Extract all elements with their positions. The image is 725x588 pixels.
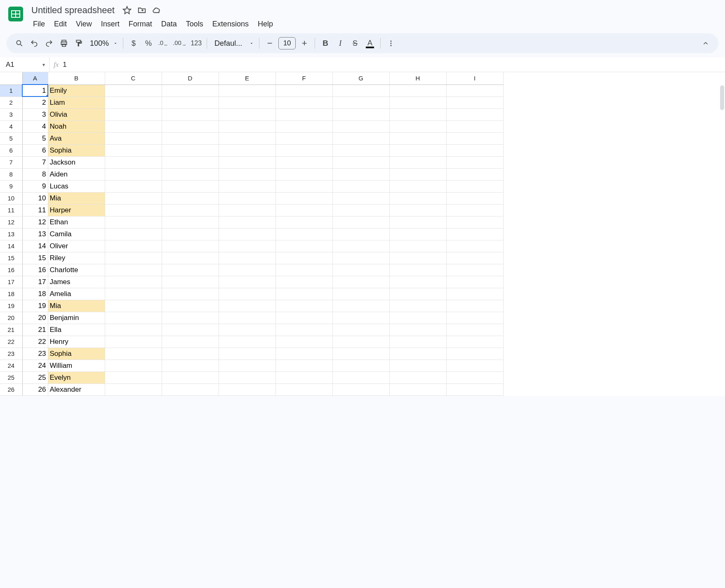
cell-G8[interactable] bbox=[332, 168, 389, 180]
column-header-A[interactable]: A bbox=[22, 72, 48, 85]
cell-I24[interactable] bbox=[446, 360, 503, 372]
cell-A19[interactable]: 19 bbox=[22, 300, 48, 312]
cell-C11[interactable] bbox=[105, 204, 162, 216]
cell-G16[interactable] bbox=[332, 264, 389, 276]
cell-C13[interactable] bbox=[105, 228, 162, 240]
cell-A20[interactable]: 20 bbox=[22, 312, 48, 324]
cell-I21[interactable] bbox=[446, 324, 503, 336]
decrease-decimal-icon[interactable]: .0← bbox=[156, 36, 170, 50]
cell-G19[interactable] bbox=[332, 300, 389, 312]
cell-A11[interactable]: 11 bbox=[22, 204, 48, 216]
cell-E8[interactable] bbox=[219, 168, 275, 180]
cell-C12[interactable] bbox=[105, 216, 162, 228]
cell-A25[interactable]: 25 bbox=[22, 372, 48, 383]
column-header-B[interactable]: B bbox=[48, 72, 105, 85]
cell-B3[interactable]: Olivia bbox=[48, 108, 105, 120]
cell-I15[interactable] bbox=[446, 252, 503, 264]
cell-C18[interactable] bbox=[105, 288, 162, 300]
row-header[interactable]: 7 bbox=[0, 156, 22, 168]
cell-H16[interactable] bbox=[389, 264, 446, 276]
paint-format-icon[interactable] bbox=[72, 36, 86, 50]
column-header-G[interactable]: G bbox=[332, 72, 389, 85]
star-icon[interactable] bbox=[122, 5, 132, 15]
cell-I3[interactable] bbox=[446, 108, 503, 120]
cell-F5[interactable] bbox=[275, 132, 332, 144]
more-toolbar-icon[interactable] bbox=[384, 36, 398, 50]
cell-I17[interactable] bbox=[446, 276, 503, 288]
cell-G5[interactable] bbox=[332, 132, 389, 144]
menu-data[interactable]: Data bbox=[157, 18, 181, 30]
zoom-dropdown[interactable]: 100% bbox=[87, 36, 120, 50]
cell-F24[interactable] bbox=[275, 360, 332, 372]
cell-H11[interactable] bbox=[389, 204, 446, 216]
cell-F2[interactable] bbox=[275, 96, 332, 108]
cell-D21[interactable] bbox=[162, 324, 219, 336]
cell-F17[interactable] bbox=[275, 276, 332, 288]
cell-B17[interactable]: James bbox=[48, 276, 105, 288]
cell-D26[interactable] bbox=[162, 383, 219, 395]
cell-E1[interactable] bbox=[219, 85, 275, 96]
cell-D16[interactable] bbox=[162, 264, 219, 276]
cell-I13[interactable] bbox=[446, 228, 503, 240]
cell-B2[interactable]: Liam bbox=[48, 96, 105, 108]
cell-G3[interactable] bbox=[332, 108, 389, 120]
cell-D15[interactable] bbox=[162, 252, 219, 264]
cell-D6[interactable] bbox=[162, 144, 219, 156]
cell-G2[interactable] bbox=[332, 96, 389, 108]
row-header[interactable]: 23 bbox=[0, 348, 22, 360]
cell-A18[interactable]: 18 bbox=[22, 288, 48, 300]
cell-G24[interactable] bbox=[332, 360, 389, 372]
cell-C4[interactable] bbox=[105, 120, 162, 132]
cell-E24[interactable] bbox=[219, 360, 275, 372]
decrease-font-size-button[interactable]: − bbox=[263, 36, 277, 50]
cell-B26[interactable]: Alexander bbox=[48, 383, 105, 395]
menu-tools[interactable]: Tools bbox=[182, 18, 207, 30]
cell-D2[interactable] bbox=[162, 96, 219, 108]
cell-H24[interactable] bbox=[389, 360, 446, 372]
cell-D3[interactable] bbox=[162, 108, 219, 120]
cell-B22[interactable]: Henry bbox=[48, 336, 105, 348]
cell-B23[interactable]: Sophia bbox=[48, 348, 105, 360]
cell-C8[interactable] bbox=[105, 168, 162, 180]
cell-D19[interactable] bbox=[162, 300, 219, 312]
cell-H1[interactable] bbox=[389, 85, 446, 96]
cell-I23[interactable] bbox=[446, 348, 503, 360]
format-currency-button[interactable]: $ bbox=[127, 36, 141, 50]
cell-H7[interactable] bbox=[389, 156, 446, 168]
row-header[interactable]: 12 bbox=[0, 216, 22, 228]
row-header[interactable]: 2 bbox=[0, 96, 22, 108]
cell-A4[interactable]: 4 bbox=[22, 120, 48, 132]
cell-F21[interactable] bbox=[275, 324, 332, 336]
cell-F8[interactable] bbox=[275, 168, 332, 180]
row-header[interactable]: 14 bbox=[0, 240, 22, 252]
cell-G26[interactable] bbox=[332, 383, 389, 395]
cell-D25[interactable] bbox=[162, 372, 219, 383]
cell-I14[interactable] bbox=[446, 240, 503, 252]
cell-A2[interactable]: 2 bbox=[22, 96, 48, 108]
cell-C10[interactable] bbox=[105, 192, 162, 204]
row-header[interactable]: 5 bbox=[0, 132, 22, 144]
font-size-input[interactable] bbox=[278, 37, 296, 49]
more-formats-button[interactable]: 123 bbox=[189, 36, 203, 50]
cell-D20[interactable] bbox=[162, 312, 219, 324]
italic-button[interactable]: I bbox=[333, 36, 347, 50]
cell-C25[interactable] bbox=[105, 372, 162, 383]
cell-G1[interactable] bbox=[332, 85, 389, 96]
cell-I18[interactable] bbox=[446, 288, 503, 300]
cell-C6[interactable] bbox=[105, 144, 162, 156]
cell-E3[interactable] bbox=[219, 108, 275, 120]
cell-A5[interactable]: 5 bbox=[22, 132, 48, 144]
cell-G21[interactable] bbox=[332, 324, 389, 336]
cell-D10[interactable] bbox=[162, 192, 219, 204]
cell-C2[interactable] bbox=[105, 96, 162, 108]
cell-F23[interactable] bbox=[275, 348, 332, 360]
cell-H20[interactable] bbox=[389, 312, 446, 324]
cloud-status-icon[interactable] bbox=[152, 5, 162, 15]
cell-B13[interactable]: Camila bbox=[48, 228, 105, 240]
cell-F6[interactable] bbox=[275, 144, 332, 156]
cell-F7[interactable] bbox=[275, 156, 332, 168]
cell-G13[interactable] bbox=[332, 228, 389, 240]
cell-E21[interactable] bbox=[219, 324, 275, 336]
spreadsheet-grid[interactable]: ABCDEFGHI11Emily22Liam33Olivia44Noah55Av… bbox=[0, 72, 725, 396]
cell-I8[interactable] bbox=[446, 168, 503, 180]
